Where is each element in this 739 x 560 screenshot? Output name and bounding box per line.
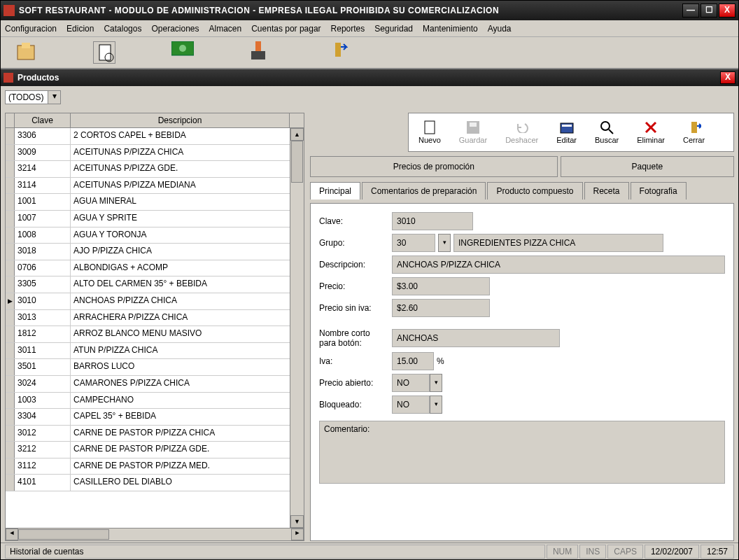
table-row[interactable]: 3024CAMARONES P/PIZZA CHICA [6, 376, 290, 393]
cell-descripcion: AGUA Y TORONJA [71, 227, 290, 244]
scroll-left-icon[interactable]: ◄ [6, 528, 18, 540]
close-button[interactable]: X [719, 4, 736, 18]
cell-clave: 3009 [15, 145, 71, 161]
grupo-dropdown-icon[interactable]: ▾ [438, 234, 451, 252]
product-grid: Clave Descripcion 33062 CORTOS CAPEL + B… [5, 113, 304, 541]
menu-configuracion[interactable]: Configuracion [5, 24, 57, 34]
toolbar-icon-2[interactable] [93, 41, 115, 64]
svg-rect-9 [425, 121, 435, 134]
menu-reportes[interactable]: Reportes [331, 24, 365, 34]
scroll-right-icon[interactable]: ► [291, 528, 304, 540]
menu-cuentas[interactable]: Cuentas por pagar [251, 24, 321, 34]
nuevo-button[interactable]: Nuevo [418, 120, 441, 144]
tabs: Principal Comentarios de preparación Pro… [310, 181, 734, 199]
field-clave: 3010 [392, 212, 473, 230]
table-row[interactable]: 33062 CORTOS CAPEL + BEBIDA [6, 128, 290, 145]
tab-fotografia[interactable]: Fotografia [631, 182, 687, 200]
svg-rect-1 [22, 43, 30, 48]
filter-select[interactable]: ▾ [5, 90, 61, 104]
cell-descripcion: AJO P/PIZZA CHICA [71, 244, 290, 260]
guardar-button[interactable]: Guardar [459, 120, 487, 144]
table-row[interactable]: 3012CARNE DE PASTOR P/PIZZA CHICA [6, 426, 290, 442]
filter-input[interactable] [6, 91, 48, 104]
menu-ayuda[interactable]: Ayuda [488, 24, 512, 34]
table-row[interactable]: 3112CARNE DE PASTOR P/PIZZA MED. [6, 458, 290, 475]
menu-catalogos[interactable]: Catalogos [104, 24, 141, 34]
table-row[interactable]: 3214ACEITUNAS P/PIZZA GDE. [6, 161, 290, 178]
precio-abierto-dropdown-icon[interactable]: ▾ [430, 374, 442, 392]
statusbar: Historial de cuentas NUM INS CAPS 12/02/… [1, 542, 738, 559]
table-row[interactable]: 1008AGUA Y TORONJA [6, 227, 290, 244]
col-header-clave[interactable]: Clave [15, 113, 71, 127]
toolbar-icon-4[interactable] [250, 41, 272, 64]
toolbar-icon-5[interactable] [328, 41, 351, 64]
comentario-box: Comentario: [319, 421, 725, 484]
svg-rect-13 [562, 125, 572, 127]
hscroll-thumb[interactable] [18, 529, 109, 540]
menu-almacen[interactable]: Almacen [209, 24, 242, 34]
svg-line-15 [609, 130, 613, 134]
table-row[interactable]: 3018AJO P/PIZZA CHICA [6, 244, 290, 260]
table-row[interactable]: 1007AGUA Y SPRITE [6, 211, 290, 227]
child-close-button[interactable]: X [720, 71, 736, 84]
grid-header: Clave Descripcion [6, 113, 304, 128]
scroll-up-icon[interactable]: ▲ [290, 128, 304, 141]
cell-descripcion: ALBONDIGAS + ACOMP [71, 260, 290, 276]
table-row[interactable]: 3212CARNE DE PASTOR P/PIZZA GDE. [6, 442, 290, 458]
menu-seguridad[interactable]: Seguridad [374, 24, 413, 34]
tab-receta[interactable]: Receta [584, 182, 629, 200]
cell-clave: 3306 [15, 128, 71, 144]
table-row[interactable]: 3114ACEITUNAS P/PIZZA MEDIANA [6, 178, 290, 195]
cell-descripcion: CARNE DE PASTOR P/PIZZA GDE. [71, 442, 290, 458]
cell-descripcion: BARROS LUCO [71, 359, 290, 375]
status-num: NUM [547, 545, 578, 559]
tab-comentarios[interactable]: Comentarios de preparación [362, 182, 486, 200]
scroll-thumb[interactable] [291, 141, 303, 183]
table-row[interactable]: 1812ARROZ BLANCO MENU MASIVO [6, 326, 290, 343]
table-row[interactable]: 1003CAMPECHANO [6, 393, 290, 410]
svg-point-14 [601, 122, 610, 130]
col-header-descripcion[interactable]: Descripcion [71, 113, 290, 127]
precios-promocion-button[interactable]: Precios de promoción [310, 156, 558, 177]
label-descripcion: Descripcion: [319, 260, 388, 270]
editar-button[interactable]: Editar [556, 120, 577, 144]
tab-compuesto[interactable]: Producto compuesto [487, 182, 582, 200]
tab-panel-principal: Clave: 3010 Grupo: 30 ▾ INGREDIENTES PIZ… [310, 203, 734, 541]
table-row[interactable]: 1001AGUA MINERAL [6, 194, 290, 211]
menu-mantenimiento[interactable]: Mantenimiento [423, 24, 478, 34]
table-row[interactable]: 3013ARRACHERA P/PIZZA CHICA [6, 310, 290, 327]
field-precio-sin-iva: $2.60 [392, 299, 490, 317]
cell-clave: 1007 [15, 211, 71, 227]
buscar-button[interactable]: Buscar [595, 120, 619, 144]
menu-operaciones[interactable]: Operaciones [151, 24, 199, 34]
vertical-scrollbar[interactable]: ▲ ▼ [290, 128, 304, 528]
table-row[interactable]: 3304CAPEL 35° + BEBIDA [6, 409, 290, 426]
table-row[interactable]: 0706ALBONDIGAS + ACOMP [6, 260, 290, 277]
table-row[interactable]: 4101CASILLERO DEL DIABLO [6, 475, 290, 491]
cell-descripcion: ACEITUNAS P/PIZZA MEDIANA [71, 178, 290, 194]
table-row[interactable]: 3501BARROS LUCO [6, 359, 290, 376]
table-row[interactable]: 3011ATUN P/PIZZA CHICA [6, 343, 290, 360]
tab-principal[interactable]: Principal [310, 182, 360, 200]
status-ins: INS [579, 545, 606, 559]
table-row[interactable]: ▶3010ANCHOAS P/PIZZA CHICA [6, 293, 290, 310]
deshacer-button[interactable]: Deshacer [505, 120, 538, 144]
table-row[interactable]: 3305ALTO DEL CARMEN 35° + BEBIDA [6, 276, 290, 293]
scroll-down-icon[interactable]: ▼ [290, 515, 304, 528]
menu-edicion[interactable]: Edicion [66, 24, 94, 34]
paquete-button[interactable]: Paquete [561, 156, 734, 177]
label-nombre-corto: Nombre corto para botón: [319, 328, 388, 349]
cell-clave: 1001 [15, 194, 71, 210]
cerrar-button[interactable]: Cerrar [683, 120, 705, 144]
eliminar-button[interactable]: Eliminar [637, 120, 665, 144]
filter-dropdown-icon[interactable]: ▾ [48, 91, 60, 104]
cell-clave: 4101 [15, 475, 71, 491]
horizontal-scrollbar[interactable]: ◄ ► [6, 528, 304, 540]
bloqueado-dropdown-icon[interactable]: ▾ [430, 396, 442, 414]
maximize-button[interactable]: ☐ [701, 4, 717, 18]
minimize-button[interactable]: — [682, 4, 699, 18]
toolbar-icon-1[interactable] [15, 41, 37, 64]
exit-icon [687, 120, 701, 134]
toolbar-icon-3[interactable] [171, 41, 194, 64]
table-row[interactable]: 3009ACEITUNAS P/PIZZA CHICA [6, 145, 290, 162]
